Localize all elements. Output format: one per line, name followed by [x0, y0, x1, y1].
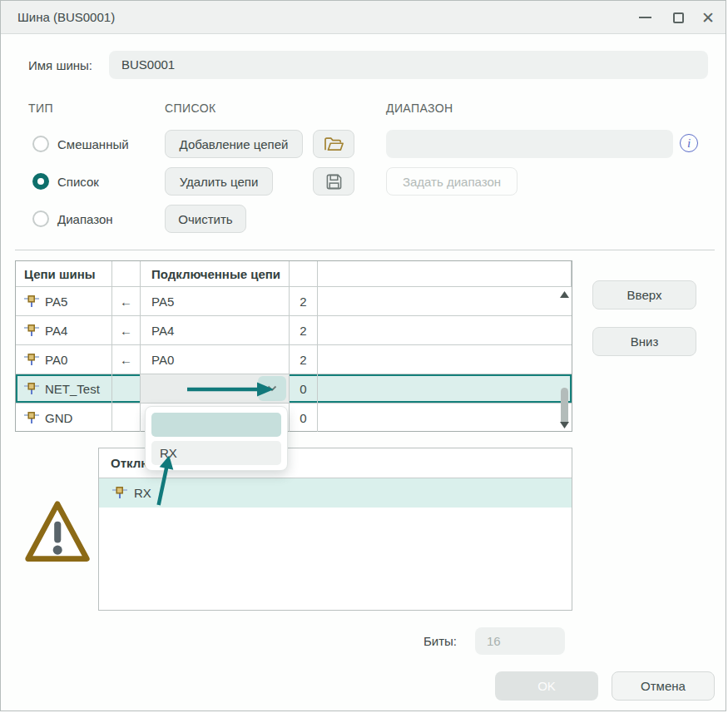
- clear-button[interactable]: Очистить: [165, 205, 246, 233]
- close-button[interactable]: ✕: [694, 1, 722, 34]
- bus-name-input[interactable]: BUS0001: [109, 51, 708, 79]
- radio-range[interactable]: Диапазон: [32, 210, 113, 227]
- radio-list-label: Список: [57, 175, 99, 189]
- annotation-arrow-right-icon: [184, 379, 277, 399]
- add-nets-button[interactable]: Добавление цепей: [165, 130, 303, 158]
- net-pin-icon: [24, 354, 39, 366]
- table-row-pa4[interactable]: PA4 ← PA4 2: [16, 315, 572, 344]
- bus-net-name: PA0: [45, 353, 67, 367]
- connected-net-name: PA4: [141, 316, 290, 344]
- info-icon[interactable]: i: [680, 134, 698, 152]
- remove-nets-button[interactable]: Удалить цепи: [165, 167, 273, 196]
- link-arrow: [112, 374, 141, 403]
- link-arrow: ←: [112, 287, 141, 315]
- net-pin-icon: [24, 295, 39, 308]
- link-arrow: [112, 404, 141, 432]
- maximize-icon: [673, 12, 684, 23]
- link-arrow: ←: [112, 345, 141, 374]
- scroll-down-icon[interactable]: [560, 422, 569, 428]
- list-section-title: СПИСОК: [165, 102, 215, 115]
- net-pin-icon: [24, 412, 39, 424]
- bus-net-name: GND: [45, 411, 72, 425]
- title-bar: Шина (BUS0001) ✕: [1, 1, 726, 34]
- move-up-button[interactable]: Вверх: [592, 280, 696, 309]
- maximize-button[interactable]: [664, 1, 692, 34]
- table-row-gnd[interactable]: GND 0: [16, 403, 572, 432]
- bus-net-name: PA4: [45, 324, 67, 338]
- radio-checked-icon: [32, 173, 49, 190]
- move-down-button[interactable]: Вниз: [592, 327, 696, 356]
- header-connected-nets: Подключенные цепи: [141, 261, 290, 286]
- range-section-title: ДИАПАЗОН: [386, 102, 453, 115]
- radio-list[interactable]: Список: [32, 173, 99, 190]
- radio-range-label: Диапазон: [57, 212, 113, 226]
- table-row-net-test[interactable]: NET_Test 0: [16, 374, 572, 403]
- table-row-pa5[interactable]: PA5 ← PA5 2: [16, 286, 572, 315]
- bits-input[interactable]: 16: [475, 627, 565, 655]
- ok-button[interactable]: OK: [495, 671, 598, 701]
- net-pin-icon: [24, 383, 39, 395]
- cancel-button[interactable]: Отмена: [612, 671, 715, 701]
- table-scrollbar[interactable]: [558, 286, 571, 433]
- dropdown-item-empty[interactable]: [151, 413, 281, 437]
- bus-net-name: NET_Test: [45, 382, 100, 396]
- warning-icon: [22, 497, 92, 572]
- net-pin-icon: [112, 487, 127, 499]
- type-section-title: ТИП: [28, 102, 53, 115]
- minimize-button[interactable]: [631, 1, 659, 34]
- open-file-button[interactable]: [313, 130, 354, 158]
- save-file-button[interactable]: [313, 167, 354, 196]
- range-input[interactable]: [386, 130, 673, 158]
- net-pin-icon: [24, 324, 39, 337]
- radio-circle-icon: [32, 136, 49, 152]
- minimize-icon: [639, 17, 651, 18]
- header-bus-nets: Цепи шины: [16, 261, 112, 286]
- radio-mixed-label: Смешанный: [57, 137, 129, 151]
- pin-count: 0: [290, 374, 318, 403]
- bus-net-name: PA5: [45, 295, 67, 309]
- floppy-icon: [325, 173, 343, 191]
- connected-net-name: PA5: [141, 287, 290, 315]
- pin-count: 2: [290, 345, 318, 374]
- link-arrow: ←: [112, 316, 141, 344]
- net-table: Цепи шины Подключенные цепи PA5 ← PA5 2 …: [15, 260, 572, 432]
- pin-count: 0: [290, 404, 318, 432]
- disconnected-net-name: RX: [134, 486, 151, 500]
- close-icon: ✕: [701, 8, 715, 27]
- pin-count: 2: [290, 287, 318, 315]
- scroll-up-icon[interactable]: [560, 291, 569, 298]
- window-title: Шина (BUS0001): [17, 1, 115, 34]
- radio-circle-icon: [32, 210, 49, 227]
- table-header-row: Цепи шины Подключенные цепи: [16, 261, 572, 286]
- connected-net-name: PA0: [141, 345, 290, 374]
- bus-dialog: Шина (BUS0001) ✕ Имя шины: BUS0001 ТИП С…: [0, 0, 726, 711]
- set-range-button[interactable]: Задать диапазон: [386, 167, 518, 196]
- table-row-pa0[interactable]: PA0 ← PA0 2: [16, 344, 572, 374]
- folder-icon: [324, 136, 344, 153]
- bus-name-label: Имя шины:: [28, 58, 92, 72]
- radio-mixed[interactable]: Смешанный: [32, 136, 129, 152]
- pin-count: 2: [290, 316, 318, 344]
- scrollbar-thumb[interactable]: [561, 388, 568, 425]
- section-divider: [15, 250, 715, 250]
- bits-label: Биты:: [384, 634, 457, 648]
